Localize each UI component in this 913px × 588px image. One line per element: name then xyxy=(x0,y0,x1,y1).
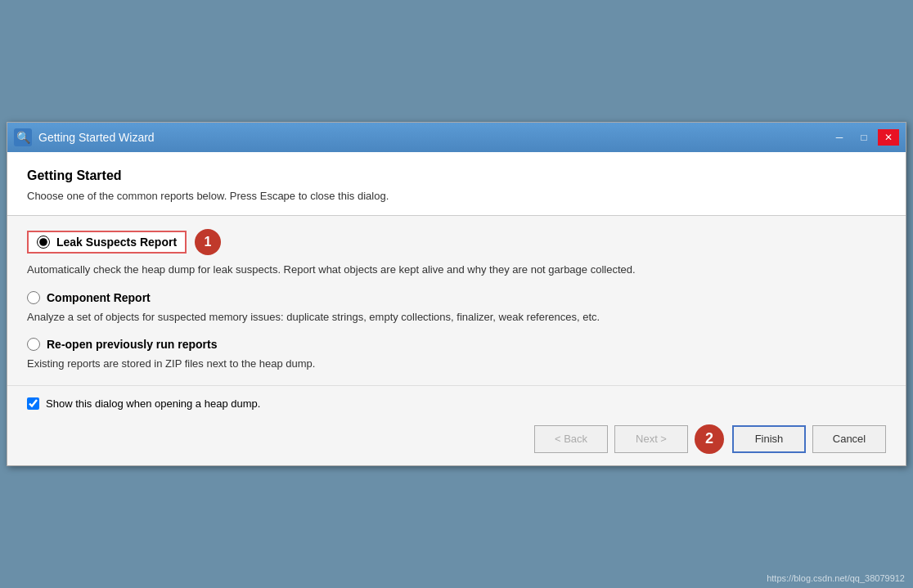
options-area: Leak Suspects Report 1 Automatically che… xyxy=(7,216,906,386)
option-label-component: Component Report xyxy=(47,291,151,304)
wizard-window: 🔍 Getting Started Wizard ─ □ ✕ Getting S… xyxy=(7,122,906,466)
option-desc-component: Analyze a set of objects for suspected m… xyxy=(27,309,886,325)
option-header-2: Component Report xyxy=(27,291,886,304)
checkbox-row: Show this dialog when opening a heap dum… xyxy=(27,397,886,410)
dialog-heading: Getting Started xyxy=(27,168,886,183)
radio-reopen[interactable] xyxy=(27,338,40,351)
radio-component[interactable] xyxy=(27,291,40,304)
option-desc-leak-suspects: Automatically check the heap dump for le… xyxy=(27,262,886,278)
title-bar-left: 🔍 Getting Started Wizard xyxy=(14,128,155,146)
window-title: Getting Started Wizard xyxy=(38,131,155,144)
show-dialog-checkbox[interactable] xyxy=(27,397,39,410)
minimize-button[interactable]: ─ xyxy=(829,129,850,146)
dialog-subtext: Choose one of the common reports below. … xyxy=(27,190,886,202)
dialog-header: Getting Started Choose one of the common… xyxy=(7,152,906,216)
buttons-row: < Back Next > 2 Finish Cancel xyxy=(27,424,886,454)
option-header-3: Re-open previously run reports xyxy=(27,338,886,351)
footer-area: Show this dialog when opening a heap dum… xyxy=(7,386,906,465)
option-label-reopen: Re-open previously run reports xyxy=(47,338,217,351)
app-icon: 🔍 xyxy=(14,128,32,146)
finish-wrapper: 2 Finish xyxy=(695,424,806,454)
option-group-leak-suspects: Leak Suspects Report 1 Automatically che… xyxy=(27,229,886,278)
option-desc-reopen: Existing reports are stored in ZIP files… xyxy=(27,356,886,372)
maximize-button[interactable]: □ xyxy=(853,129,875,146)
radio-leak-suspects[interactable] xyxy=(37,236,50,249)
checkbox-label: Show this dialog when opening a heap dum… xyxy=(46,397,260,410)
option-label-leak-suspects: Leak Suspects Report xyxy=(56,236,177,249)
annotation-badge-1: 1 xyxy=(195,229,221,255)
back-button[interactable]: < Back xyxy=(534,425,608,453)
option-group-component: Component Report Analyze a set of object… xyxy=(27,291,886,325)
close-button[interactable]: ✕ xyxy=(878,129,899,146)
option-header-1: Leak Suspects Report 1 xyxy=(27,229,886,255)
watermark: https://blog.csdn.net/qq_38079912 xyxy=(767,573,905,583)
annotation-badge-2: 2 xyxy=(695,424,724,454)
finish-button[interactable]: Finish xyxy=(732,425,806,453)
cancel-button[interactable]: Cancel xyxy=(812,425,886,453)
option-box-leak-suspects: Leak Suspects Report xyxy=(27,231,187,254)
option-group-reopen: Re-open previously run reports Existing … xyxy=(27,338,886,372)
title-bar: 🔍 Getting Started Wizard ─ □ ✕ xyxy=(7,123,906,152)
next-button[interactable]: Next > xyxy=(614,425,688,453)
title-bar-controls: ─ □ ✕ xyxy=(829,129,899,146)
